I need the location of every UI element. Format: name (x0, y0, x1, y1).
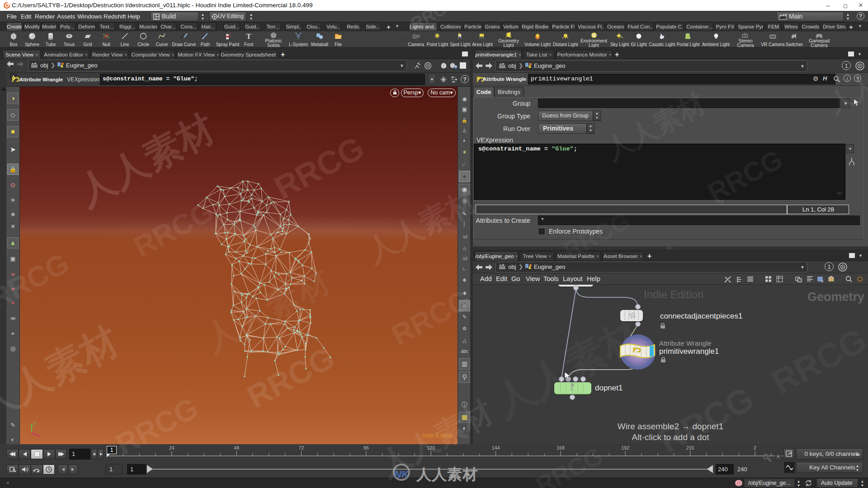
svg-text:120: 120 (427, 445, 435, 450)
svg-text:216: 216 (686, 445, 694, 450)
svg-text:192: 192 (622, 445, 630, 450)
svg-text:48: 48 (234, 445, 239, 450)
svg-text:96: 96 (363, 445, 369, 450)
svg-text:144: 144 (492, 445, 500, 450)
svg-text:24: 24 (169, 445, 175, 450)
svg-text:168: 168 (557, 445, 565, 450)
svg-text:2: 2 (754, 445, 756, 450)
svg-text:72: 72 (299, 445, 304, 450)
svg-text:T: T (246, 33, 251, 40)
svg-text:z: z (39, 434, 41, 438)
svg-text:y: y (34, 421, 36, 426)
